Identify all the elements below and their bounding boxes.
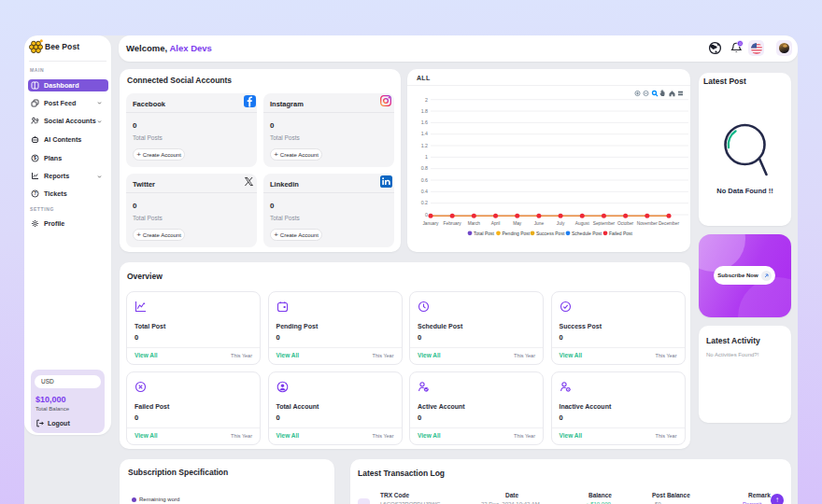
- svg-text:January: January: [422, 221, 439, 226]
- svg-text:1.6: 1.6: [421, 119, 428, 125]
- svg-text:0.6: 0.6: [421, 177, 428, 183]
- svg-text:1.2: 1.2: [421, 143, 428, 148]
- svg-text:March: March: [468, 221, 481, 226]
- svg-text:October: October: [617, 221, 633, 226]
- svg-text:November: November: [637, 221, 659, 226]
- svg-text:May: May: [513, 221, 522, 226]
- svg-text:September: September: [593, 221, 616, 226]
- svg-text:Failed Post: Failed Post: [609, 231, 633, 236]
- svg-text:0.4: 0.4: [421, 189, 428, 194]
- svg-text:0.8: 0.8: [421, 165, 428, 171]
- svg-text:0: 0: [425, 212, 428, 217]
- svg-text:Success Post: Success Post: [536, 231, 565, 236]
- svg-text:February: February: [444, 221, 462, 226]
- svg-text:April: April: [491, 221, 501, 226]
- svg-text:$: $: [34, 155, 36, 161]
- svg-text:1: 1: [425, 154, 428, 160]
- svg-text:June: June: [534, 221, 545, 226]
- svg-text:1.4: 1.4: [421, 131, 428, 136]
- svg-text:August: August: [575, 221, 590, 226]
- svg-text:Schedule Post: Schedule Post: [572, 231, 602, 236]
- svg-text:1.8: 1.8: [421, 108, 428, 114]
- svg-text:?: ?: [34, 190, 36, 196]
- svg-text:2: 2: [425, 97, 428, 103]
- svg-text:0.2: 0.2: [421, 200, 428, 205]
- svg-text:Total Post: Total Post: [474, 231, 495, 236]
- svg-text:Pending Post: Pending Post: [503, 231, 531, 236]
- svg-text:December: December: [659, 221, 680, 226]
- svg-text:July: July: [557, 221, 565, 226]
